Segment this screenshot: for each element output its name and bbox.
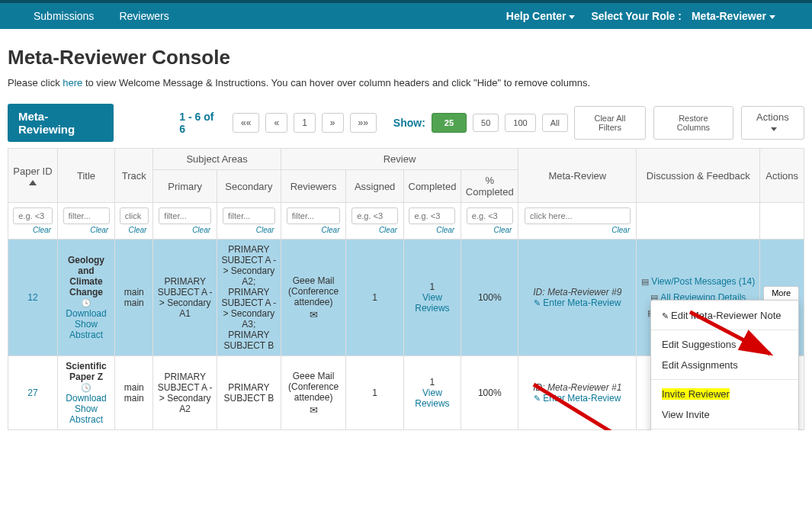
col-actions: Actions [760,149,804,203]
clear-assigned[interactable]: Clear [349,226,400,234]
filter-title[interactable] [63,207,110,224]
primary-subject: PRIMARY SUBJECT A -> Secondary A2 [153,356,217,430]
secondary-subject: PRIMARY SUBJECT B [217,356,281,430]
instructions-text: Please click here to view Welcome Messag… [8,77,804,88]
clear-meta[interactable]: Clear [522,226,633,234]
col-reviewers[interactable]: Reviewers [281,170,346,203]
clear-pct[interactable]: Clear [464,226,515,234]
col-pct-completed[interactable]: % Completed [461,170,518,203]
pager-last[interactable]: »» [350,113,377,133]
show-label: Show: [393,117,425,129]
mail-icon[interactable] [284,404,343,416]
role-dropdown[interactable]: Meta-Reviewer [685,7,782,25]
menu-edit-suggestions[interactable]: Edit Suggestions [651,334,798,355]
filter-meta[interactable] [525,207,631,224]
page-title: Meta-Reviewer Console [8,46,804,69]
filter-pct[interactable] [467,207,513,224]
meta-reviewer-id: ID: Meta-Reviewer #1 [533,382,621,393]
toolbar: Meta-Reviewing 1 - 6 of 6 «« « 1 » »» Sh… [8,104,804,142]
filter-reviewers[interactable] [287,207,341,224]
pager-next[interactable]: » [322,113,344,133]
paper-id-link[interactable]: 12 [27,292,37,303]
clear-track[interactable]: Clear [118,226,149,234]
pager-first[interactable]: «« [233,113,259,133]
col-group-subject: Subject Areas [153,149,281,170]
tab-meta-reviewing[interactable]: Meta-Reviewing [8,104,114,142]
more-actions-menu: Edit Meta-Reviewer Note Edit Suggestions… [650,300,799,430]
col-discussion[interactable]: Discussion & Feedback [637,149,760,203]
filter-primary[interactable] [159,207,211,224]
clear-title[interactable]: Clear [61,226,111,234]
page-size-25[interactable]: 25 [432,113,467,133]
menu-view-invite[interactable]: View Invite [651,404,798,425]
menu-edit-note[interactable]: Edit Meta-Reviewer Note [651,305,798,326]
primary-subject: PRIMARY SUBJECT A -> Secondary A1 [153,240,217,356]
mail-icon[interactable] [284,309,343,320]
menu-invite-reviewer[interactable]: Invite Reviewer [651,384,798,404]
track-cell: main main [115,356,153,430]
paper-title: Scientific Paper Z [66,361,106,382]
col-meta-review[interactable]: Meta-Review [518,149,637,203]
filter-paper-id[interactable] [13,207,52,224]
col-group-review: Review [281,149,518,170]
show-abstract-link[interactable]: Show Abstract [69,319,103,340]
pager-page-1[interactable]: 1 [294,113,316,133]
pct-completed: 100% [461,356,518,430]
pager-prev[interactable]: « [265,113,287,133]
download-link[interactable]: Download [66,308,106,319]
reviewer-name: Geee Mail (Conference attendee) [288,275,339,307]
page-size-all[interactable]: All [542,114,568,132]
actions-dropdown[interactable]: Actions [741,106,804,140]
col-track[interactable]: Track [115,149,153,203]
page-size-50[interactable]: 50 [473,114,499,132]
meta-reviewer-id: ID: Meta-Reviewer #9 [533,287,621,297]
nav-help-center[interactable]: Help Center [500,7,582,25]
table-row: 12 Geology and Climate Change Download S… [8,240,804,356]
clear-paper-id[interactable]: Clear [11,226,54,234]
nav-submissions[interactable]: Submissions [23,5,104,27]
view-reviews-link[interactable]: View Reviews [415,292,449,314]
filter-assigned[interactable] [351,207,398,224]
enter-meta-review-link[interactable]: Enter Meta-Review [534,297,621,308]
page-range: 1 - 6 of 6 [179,111,222,135]
sort-asc-icon [11,180,54,185]
clear-all-filters-button[interactable]: Clear All Filters [574,106,646,140]
col-primary[interactable]: Primary [153,170,217,203]
paper-title: Geology and Climate Change [68,255,104,297]
clear-primary[interactable]: Clear [156,226,213,234]
select-role-label: Select Your Role : [591,10,682,22]
clear-secondary[interactable]: Clear [220,226,278,234]
page-size-100[interactable]: 100 [505,114,535,132]
clear-reviewers[interactable]: Clear [284,226,343,234]
paper-id-link[interactable]: 27 [27,388,37,398]
filter-track[interactable] [120,207,149,224]
clock-icon [81,297,91,308]
reviewer-name: Geee Mail (Conference attendee) [288,371,339,403]
nav-reviewers[interactable]: Reviewers [108,5,179,27]
filter-completed[interactable] [409,207,455,224]
instructions-link[interactable]: here [63,77,82,88]
filter-secondary[interactable] [223,207,275,224]
col-completed[interactable]: Completed [403,170,461,203]
track-cell: main main [115,240,153,356]
col-title[interactable]: Title [57,149,114,203]
top-nav: Submissions Reviewers Help Center Select… [0,0,812,29]
col-paper-id[interactable]: Paper ID [8,149,58,203]
completed-count: 1 [430,377,435,388]
secondary-subject: PRIMARY SUBJECT A -> Secondary A2; PRIMA… [217,240,281,356]
view-reviews-link[interactable]: View Reviews [415,388,449,409]
pct-completed: 100% [461,240,518,356]
restore-columns-button[interactable]: Restore Columns [653,106,733,140]
col-secondary[interactable]: Secondary [217,170,281,203]
enter-meta-review-link[interactable]: Enter Meta-Review [534,393,621,404]
menu-edit-assignments[interactable]: Edit Assignments [651,355,798,375]
download-link[interactable]: Download [66,393,106,404]
assigned-count: 1 [346,240,403,356]
view-post-messages-link[interactable]: View/Post Messages (14) [641,276,755,287]
papers-table: Paper ID Title Track Subject Areas Revie… [8,148,804,430]
completed-count: 1 [430,281,435,292]
show-abstract-link[interactable]: Show Abstract [69,404,103,425]
clock-icon [81,382,91,393]
clear-completed[interactable]: Clear [407,226,457,234]
col-assigned[interactable]: Assigned [346,170,403,203]
